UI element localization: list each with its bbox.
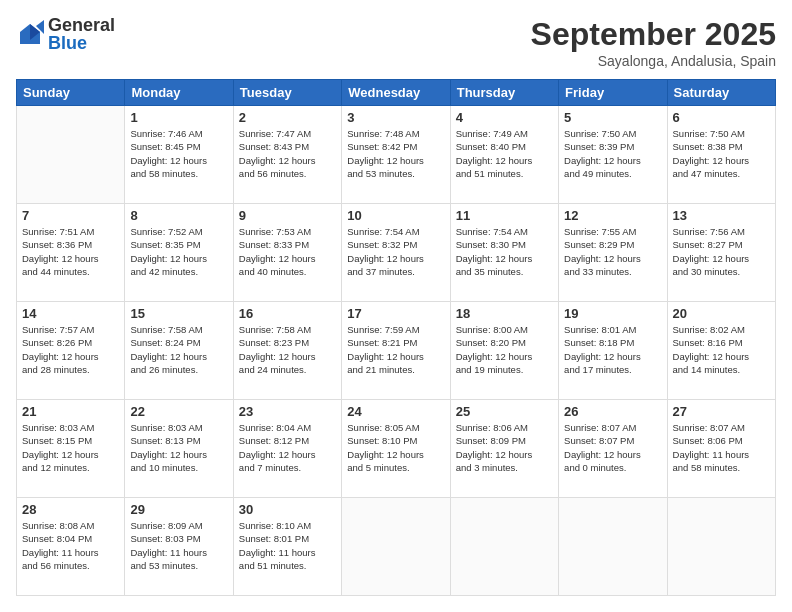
day-number: 11 [456,208,553,223]
day-number: 25 [456,404,553,419]
calendar-cell: 16Sunrise: 7:58 AM Sunset: 8:23 PM Dayli… [233,302,341,400]
calendar-cell: 1Sunrise: 7:46 AM Sunset: 8:45 PM Daylig… [125,106,233,204]
title-section: September 2025 Sayalonga, Andalusia, Spa… [531,16,776,69]
day-info: Sunrise: 8:08 AM Sunset: 8:04 PM Dayligh… [22,519,119,572]
day-info: Sunrise: 8:05 AM Sunset: 8:10 PM Dayligh… [347,421,444,474]
logo-general-text: General [48,16,115,34]
day-number: 27 [673,404,770,419]
calendar-cell: 29Sunrise: 8:09 AM Sunset: 8:03 PM Dayli… [125,498,233,596]
day-info: Sunrise: 7:46 AM Sunset: 8:45 PM Dayligh… [130,127,227,180]
day-number: 15 [130,306,227,321]
day-number: 22 [130,404,227,419]
day-info: Sunrise: 7:52 AM Sunset: 8:35 PM Dayligh… [130,225,227,278]
calendar-week-1: 1Sunrise: 7:46 AM Sunset: 8:45 PM Daylig… [17,106,776,204]
header-tuesday: Tuesday [233,80,341,106]
logo: General Blue [16,16,115,52]
day-info: Sunrise: 7:55 AM Sunset: 8:29 PM Dayligh… [564,225,661,278]
day-info: Sunrise: 7:51 AM Sunset: 8:36 PM Dayligh… [22,225,119,278]
calendar-cell: 8Sunrise: 7:52 AM Sunset: 8:35 PM Daylig… [125,204,233,302]
calendar-cell: 28Sunrise: 8:08 AM Sunset: 8:04 PM Dayli… [17,498,125,596]
header-friday: Friday [559,80,667,106]
calendar-cell: 17Sunrise: 7:59 AM Sunset: 8:21 PM Dayli… [342,302,450,400]
calendar-cell: 18Sunrise: 8:00 AM Sunset: 8:20 PM Dayli… [450,302,558,400]
calendar-cell: 26Sunrise: 8:07 AM Sunset: 8:07 PM Dayli… [559,400,667,498]
calendar-cell: 2Sunrise: 7:47 AM Sunset: 8:43 PM Daylig… [233,106,341,204]
calendar-week-2: 7Sunrise: 7:51 AM Sunset: 8:36 PM Daylig… [17,204,776,302]
day-info: Sunrise: 8:07 AM Sunset: 8:07 PM Dayligh… [564,421,661,474]
day-info: Sunrise: 8:10 AM Sunset: 8:01 PM Dayligh… [239,519,336,572]
day-info: Sunrise: 8:01 AM Sunset: 8:18 PM Dayligh… [564,323,661,376]
calendar-cell: 21Sunrise: 8:03 AM Sunset: 8:15 PM Dayli… [17,400,125,498]
day-number: 17 [347,306,444,321]
calendar-cell: 22Sunrise: 8:03 AM Sunset: 8:13 PM Dayli… [125,400,233,498]
day-number: 8 [130,208,227,223]
day-number: 19 [564,306,661,321]
day-number: 20 [673,306,770,321]
day-number: 12 [564,208,661,223]
header-saturday: Saturday [667,80,775,106]
day-number: 30 [239,502,336,517]
day-info: Sunrise: 8:00 AM Sunset: 8:20 PM Dayligh… [456,323,553,376]
month-title: September 2025 [531,16,776,53]
day-info: Sunrise: 8:02 AM Sunset: 8:16 PM Dayligh… [673,323,770,376]
day-info: Sunrise: 8:07 AM Sunset: 8:06 PM Dayligh… [673,421,770,474]
page: General Blue September 2025 Sayalonga, A… [0,0,792,612]
calendar-cell: 23Sunrise: 8:04 AM Sunset: 8:12 PM Dayli… [233,400,341,498]
logo-blue-text: Blue [48,34,115,52]
calendar-cell: 6Sunrise: 7:50 AM Sunset: 8:38 PM Daylig… [667,106,775,204]
calendar-cell [559,498,667,596]
day-number: 3 [347,110,444,125]
calendar-week-3: 14Sunrise: 7:57 AM Sunset: 8:26 PM Dayli… [17,302,776,400]
header-thursday: Thursday [450,80,558,106]
calendar-cell: 14Sunrise: 7:57 AM Sunset: 8:26 PM Dayli… [17,302,125,400]
day-number: 24 [347,404,444,419]
calendar-week-4: 21Sunrise: 8:03 AM Sunset: 8:15 PM Dayli… [17,400,776,498]
calendar-cell: 7Sunrise: 7:51 AM Sunset: 8:36 PM Daylig… [17,204,125,302]
day-info: Sunrise: 8:04 AM Sunset: 8:12 PM Dayligh… [239,421,336,474]
day-number: 28 [22,502,119,517]
day-info: Sunrise: 7:53 AM Sunset: 8:33 PM Dayligh… [239,225,336,278]
day-info: Sunrise: 7:54 AM Sunset: 8:32 PM Dayligh… [347,225,444,278]
calendar-cell: 11Sunrise: 7:54 AM Sunset: 8:30 PM Dayli… [450,204,558,302]
calendar-cell: 3Sunrise: 7:48 AM Sunset: 8:42 PM Daylig… [342,106,450,204]
calendar-cell: 4Sunrise: 7:49 AM Sunset: 8:40 PM Daylig… [450,106,558,204]
calendar-cell [342,498,450,596]
calendar-cell: 25Sunrise: 8:06 AM Sunset: 8:09 PM Dayli… [450,400,558,498]
day-number: 21 [22,404,119,419]
calendar-cell: 30Sunrise: 8:10 AM Sunset: 8:01 PM Dayli… [233,498,341,596]
logo-text: General Blue [48,16,115,52]
day-number: 18 [456,306,553,321]
day-info: Sunrise: 7:48 AM Sunset: 8:42 PM Dayligh… [347,127,444,180]
day-info: Sunrise: 8:03 AM Sunset: 8:13 PM Dayligh… [130,421,227,474]
day-number: 7 [22,208,119,223]
day-number: 6 [673,110,770,125]
header-monday: Monday [125,80,233,106]
day-number: 5 [564,110,661,125]
day-number: 29 [130,502,227,517]
calendar-cell: 20Sunrise: 8:02 AM Sunset: 8:16 PM Dayli… [667,302,775,400]
calendar-cell: 15Sunrise: 7:58 AM Sunset: 8:24 PM Dayli… [125,302,233,400]
day-info: Sunrise: 7:57 AM Sunset: 8:26 PM Dayligh… [22,323,119,376]
calendar-cell: 24Sunrise: 8:05 AM Sunset: 8:10 PM Dayli… [342,400,450,498]
header-wednesday: Wednesday [342,80,450,106]
calendar-cell: 19Sunrise: 8:01 AM Sunset: 8:18 PM Dayli… [559,302,667,400]
day-info: Sunrise: 7:50 AM Sunset: 8:39 PM Dayligh… [564,127,661,180]
day-info: Sunrise: 7:47 AM Sunset: 8:43 PM Dayligh… [239,127,336,180]
day-info: Sunrise: 8:09 AM Sunset: 8:03 PM Dayligh… [130,519,227,572]
day-number: 23 [239,404,336,419]
calendar-header-row: Sunday Monday Tuesday Wednesday Thursday… [17,80,776,106]
day-number: 4 [456,110,553,125]
day-number: 26 [564,404,661,419]
day-info: Sunrise: 8:06 AM Sunset: 8:09 PM Dayligh… [456,421,553,474]
day-info: Sunrise: 7:56 AM Sunset: 8:27 PM Dayligh… [673,225,770,278]
day-info: Sunrise: 7:54 AM Sunset: 8:30 PM Dayligh… [456,225,553,278]
calendar-cell: 10Sunrise: 7:54 AM Sunset: 8:32 PM Dayli… [342,204,450,302]
day-number: 1 [130,110,227,125]
location: Sayalonga, Andalusia, Spain [531,53,776,69]
header: General Blue September 2025 Sayalonga, A… [16,16,776,69]
day-number: 9 [239,208,336,223]
day-info: Sunrise: 7:59 AM Sunset: 8:21 PM Dayligh… [347,323,444,376]
logo-icon [16,20,44,48]
day-info: Sunrise: 7:58 AM Sunset: 8:23 PM Dayligh… [239,323,336,376]
calendar-cell: 9Sunrise: 7:53 AM Sunset: 8:33 PM Daylig… [233,204,341,302]
